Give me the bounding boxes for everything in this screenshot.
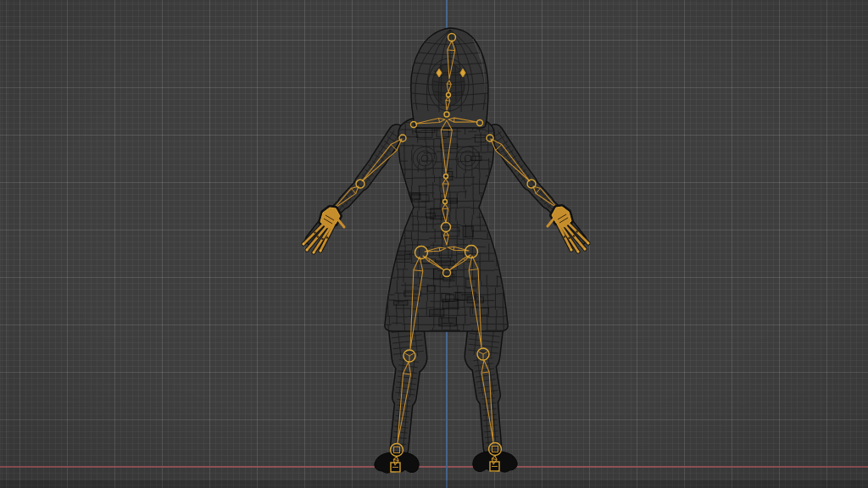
finger-joint-dot — [326, 236, 329, 239]
finger-tip-dot — [587, 242, 590, 245]
viewport-bottom-band — [0, 480, 868, 488]
finger-joint-dot — [564, 236, 566, 238]
armature-bone-ring-jaw — [446, 101, 450, 102]
mesh-patch — [439, 318, 457, 326]
armature-bone-ring-pelvis-wing-r — [453, 247, 454, 250]
finger-joint-dot — [321, 238, 324, 241]
mesh-patch — [463, 226, 473, 237]
hand-left — [303, 208, 345, 254]
finger-joint-dot — [317, 236, 320, 238]
3d-viewport[interactable] — [0, 0, 868, 488]
mesh-patch — [393, 301, 408, 306]
character-model — [0, 0, 868, 488]
finger-joint-dot — [576, 230, 578, 233]
mesh-patch — [430, 309, 444, 316]
finger-joint-dot — [314, 231, 316, 234]
finger-tip-dot — [570, 249, 573, 252]
finger-tip-dot — [320, 250, 322, 252]
mesh-patch — [467, 297, 483, 302]
armature-bone-ring-head — [448, 50, 455, 51]
finger-tip-dot — [303, 243, 305, 246]
mesh-patch — [404, 193, 420, 199]
armature-bone-ring-pelvis-wing-l — [439, 247, 440, 251]
finger-joint-dot — [573, 235, 576, 237]
mesh-patch — [442, 299, 458, 309]
finger-tip-dot — [584, 248, 587, 251]
finger-tip-dot — [306, 249, 309, 252]
hand-right — [548, 207, 590, 253]
finger-tip-dot — [577, 251, 580, 253]
finger-tip-dot — [313, 252, 315, 254]
finger-joint-dot — [568, 237, 570, 240]
